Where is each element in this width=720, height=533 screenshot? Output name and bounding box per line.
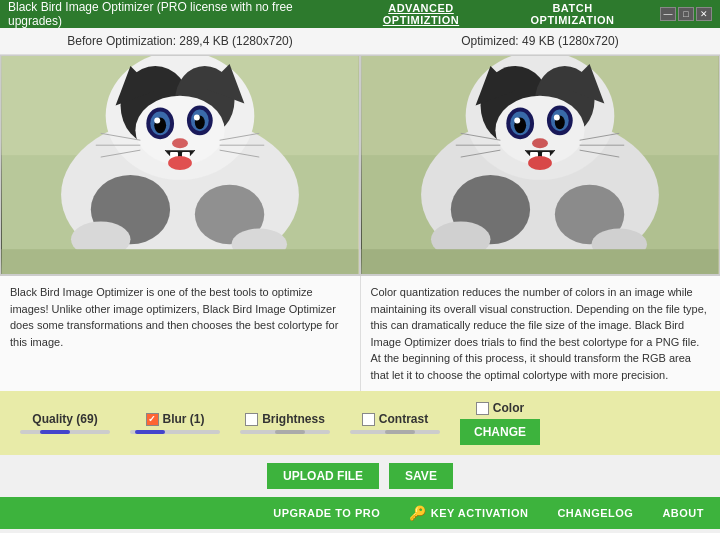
brightness-checkbox-group: Brightness (245, 412, 325, 426)
svg-point-13 (154, 117, 160, 123)
app-title: Black Bird Image Optimizer (PRO license … (8, 0, 341, 28)
svg-point-15 (172, 138, 188, 148)
upgrade-to-pro-button[interactable]: UPGRADE TO PRO (259, 499, 394, 527)
after-image (361, 56, 719, 274)
minimize-button[interactable]: — (660, 7, 676, 21)
svg-point-47 (532, 138, 548, 148)
quality-control: Quality (69) (20, 412, 110, 434)
change-button[interactable]: CHANGE (460, 419, 540, 445)
svg-point-46 (554, 114, 560, 120)
svg-rect-63 (362, 249, 719, 274)
key-activation-button[interactable]: 🔑 KEY ACTIVATION (395, 499, 542, 527)
blur-slider-thumb[interactable] (135, 430, 165, 434)
before-image-panel (0, 55, 360, 275)
blur-control: ✓ Blur (1) (130, 412, 220, 434)
tab-advanced-optimization[interactable]: ADVANCED OPTIMIZTION (341, 0, 501, 28)
blur-slider-track[interactable] (130, 430, 220, 434)
bottom-actions: UPLOAD FILE SAVE (0, 455, 720, 497)
blur-checkbox[interactable]: ✓ (146, 413, 159, 426)
brightness-slider-track[interactable] (240, 430, 330, 434)
controls-area: Quality (69) ✓ Blur (1) Brightness Contr (0, 391, 720, 455)
blur-checkbox-group: ✓ Blur (1) (146, 412, 205, 426)
svg-point-14 (194, 114, 200, 120)
close-button[interactable]: ✕ (696, 7, 712, 21)
contrast-label: Contrast (379, 412, 428, 426)
contrast-checkbox[interactable] (362, 413, 375, 426)
quality-label: Quality (69) (32, 412, 97, 426)
svg-point-45 (514, 117, 520, 123)
quality-slider-track[interactable] (20, 430, 110, 434)
contrast-checkbox-group: Contrast (362, 412, 428, 426)
image-panels (0, 55, 720, 275)
blur-checkmark: ✓ (148, 414, 156, 424)
nav-tabs: ADVANCED OPTIMIZTION BATCH OPTIMIZATION (341, 0, 644, 28)
upload-file-button[interactable]: UPLOAD FILE (267, 463, 379, 489)
before-label: Before Optimization: 289,4 KB (1280x720) (0, 28, 360, 54)
brightness-control: Brightness (240, 412, 330, 434)
description-panels: Black Bird Image Optimizer is one of the… (0, 275, 720, 391)
key-icon: 🔑 (409, 505, 427, 521)
brightness-checkbox[interactable] (245, 413, 258, 426)
after-label: Optimized: 49 KB (1280x720) (360, 28, 720, 54)
footer: UPGRADE TO PRO 🔑 KEY ACTIVATION CHANGELO… (0, 497, 720, 529)
contrast-slider-thumb[interactable] (385, 430, 415, 434)
comparison-header: Before Optimization: 289,4 KB (1280x720)… (0, 28, 720, 55)
svg-rect-31 (2, 249, 359, 274)
tab-batch-optimization[interactable]: BATCH OPTIMIZATION (501, 0, 644, 28)
color-checkbox-group: Color (476, 401, 524, 415)
before-image (1, 56, 359, 274)
quality-slider-thumb[interactable] (40, 430, 70, 434)
about-button[interactable]: ABOUT (648, 499, 718, 527)
color-label: Color (493, 401, 524, 415)
svg-point-50 (528, 156, 552, 170)
changelog-button[interactable]: CHANGELOG (543, 499, 647, 527)
contrast-control: Contrast (350, 412, 440, 434)
after-description: Color quantization reduces the number of… (361, 276, 721, 391)
save-button[interactable]: SAVE (389, 463, 453, 489)
color-control: Color CHANGE (460, 401, 540, 445)
blur-label: Blur (1) (163, 412, 205, 426)
contrast-slider-track[interactable] (350, 430, 440, 434)
brightness-label: Brightness (262, 412, 325, 426)
after-image-panel (360, 55, 720, 275)
brightness-slider-thumb[interactable] (275, 430, 305, 434)
key-activation-label: KEY ACTIVATION (431, 507, 529, 519)
svg-point-18 (168, 156, 192, 170)
window-controls: — □ ✕ (660, 7, 712, 21)
titlebar: Black Bird Image Optimizer (PRO license … (0, 0, 720, 28)
maximize-button[interactable]: □ (678, 7, 694, 21)
color-checkbox[interactable] (476, 402, 489, 415)
before-description: Black Bird Image Optimizer is one of the… (0, 276, 361, 391)
